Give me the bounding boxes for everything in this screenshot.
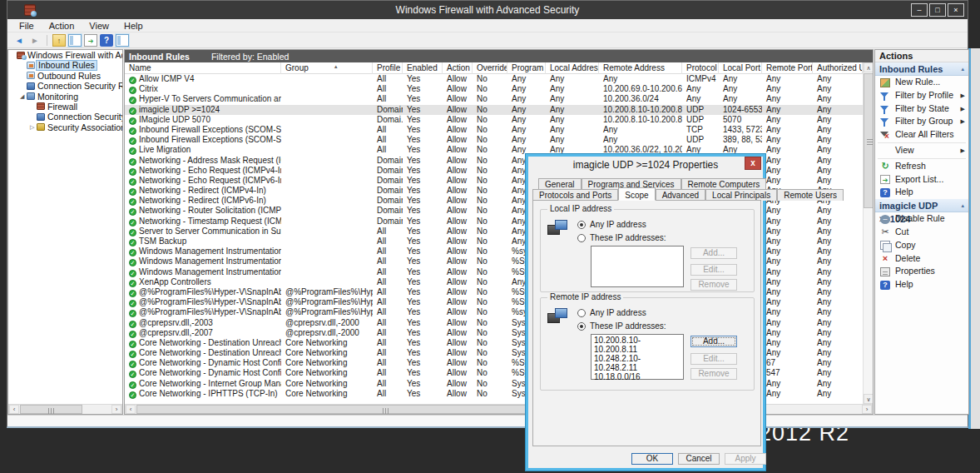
scroll-down-icon[interactable]: ∨ <box>864 394 874 404</box>
action-help[interactable]: ?Help <box>875 278 968 291</box>
column-header-remote-port[interactable]: Remote Port <box>762 62 813 74</box>
tab-remote-users[interactable]: Remote Users <box>777 189 844 201</box>
tab-remote-computers[interactable]: Remote Computers <box>681 178 767 190</box>
apply-button[interactable]: Apply <box>725 453 766 465</box>
tab-general[interactable]: General <box>538 178 582 190</box>
column-header-program[interactable]: Program <box>507 62 546 74</box>
tab-local-principals[interactable]: Local Principals <box>705 189 777 201</box>
add--button[interactable]: Add... <box>690 247 737 259</box>
tab-scope[interactable]: Scope <box>618 187 655 201</box>
menu-view[interactable]: View <box>82 20 116 32</box>
scroll-left-icon[interactable]: ‹ <box>9 405 19 414</box>
show-action-pane-icon[interactable] <box>116 34 129 47</box>
remote-any-ip-radio[interactable]: Any IP address <box>577 308 646 317</box>
scroll-left-icon[interactable]: ‹ <box>126 405 136 414</box>
scroll-right-icon[interactable]: › <box>862 405 872 414</box>
scrollbar-thumb[interactable] <box>20 405 82 414</box>
remove-button[interactable]: Remove <box>690 279 737 291</box>
action-copy[interactable]: Copy <box>875 239 968 252</box>
edit--button[interactable]: Edit... <box>690 353 737 365</box>
column-header-remote-address[interactable]: Remote Address <box>599 62 682 74</box>
title-bar[interactable]: Windows Firewall with Advanced Security … <box>7 1 968 19</box>
action-filter-by-state[interactable]: Filter by State▶ <box>875 102 968 116</box>
tree-item-outbound-rules[interactable]: Outbound Rules <box>8 71 122 81</box>
edit--button[interactable]: Edit... <box>690 264 737 276</box>
column-header-profile[interactable]: Profile <box>373 62 403 74</box>
action-view[interactable]: View▶ <box>875 144 968 157</box>
remote-these-ip-radio[interactable]: These IP addresses: <box>577 321 666 331</box>
show-console-tree-icon[interactable] <box>68 34 82 47</box>
ok-button[interactable]: OK <box>631 453 673 465</box>
scrollbar-thumb[interactable] <box>864 73 874 208</box>
column-header-override[interactable]: Override <box>473 62 507 74</box>
list-v-scrollbar[interactable]: ∧ ∨ <box>863 62 874 404</box>
cancel-button[interactable]: Cancel <box>678 453 720 465</box>
column-header-local-port[interactable]: Local Port <box>719 62 762 74</box>
column-header-authorized-user[interactable]: Authorized User <box>813 62 863 74</box>
close-button[interactable]: × <box>948 3 964 17</box>
dialog-close-button[interactable]: x <box>745 157 761 170</box>
actions-section-inbound-rules[interactable]: Inbound Rules▴ <box>875 62 968 76</box>
action-disable-rule[interactable]: –Disable Rule <box>875 212 968 226</box>
rule-row[interactable]: ✓CitrixAllYesAllowNoAnyAny10.200.69.0-10… <box>125 84 863 94</box>
tab-protocols-and-ports[interactable]: Protocols and Ports <box>532 189 618 201</box>
action-new-rule-[interactable]: New Rule... <box>875 76 968 89</box>
action-delete[interactable]: ×Delete <box>875 252 968 266</box>
action-help[interactable]: ?Help <box>875 186 968 199</box>
action-export-list-[interactable]: ➔Export List... <box>875 173 968 187</box>
up-level-icon[interactable]: ↑ <box>52 34 66 47</box>
column-header-name[interactable]: Name <box>125 62 281 74</box>
column-header-group[interactable]: Group▲ <box>281 62 373 74</box>
local-ip-listbox[interactable] <box>591 246 684 287</box>
minimize-button[interactable]: – <box>911 3 928 17</box>
forward-icon[interactable]: ► <box>28 34 42 47</box>
scroll-right-icon[interactable]: › <box>111 405 121 414</box>
tree-item-windows-firewall-with-advance[interactable]: Windows Firewall with Advance <box>8 50 122 60</box>
actions-section-imagicle-udp-1024[interactable]: imagicle UDP >=1024▴ <box>875 199 968 212</box>
help-icon[interactable]: ? <box>100 34 113 47</box>
local-any-ip-radio[interactable]: Any IP address <box>577 220 646 229</box>
action-cut[interactable]: ✂Cut <box>875 226 968 239</box>
tree-item-inbound-rules[interactable]: Inbound Rules <box>8 60 122 70</box>
ip-address-entry[interactable]: 10.248.2.10-10.248.2.11 <box>594 354 681 372</box>
column-header-action[interactable]: Action <box>443 62 473 74</box>
remove-button[interactable]: Remove <box>690 368 737 380</box>
action-filter-by-profile[interactable]: Filter by Profile▶ <box>875 89 968 102</box>
tree-item-firewall[interactable]: Firewall <box>8 102 122 112</box>
rule-row[interactable]: ✓imagicle UDP >=1024DomainYesAllowNoAnyA… <box>125 105 863 115</box>
menu-file[interactable]: File <box>12 20 41 32</box>
tree-item-connection-security-rules[interactable]: Connection Security Rules <box>8 81 122 91</box>
column-header-protocol[interactable]: Protocol <box>682 62 719 74</box>
tree-item-monitoring[interactable]: ◢Monitoring <box>8 92 122 102</box>
tree-item-security-associations[interactable]: ▷Security Associations <box>8 122 122 132</box>
add--button[interactable]: Add... <box>690 336 737 347</box>
local-these-ip-radio[interactable]: These IP addresses: <box>577 233 666 242</box>
dialog-title-bar[interactable]: imagicle UDP >=1024 Properties x <box>528 157 763 173</box>
column-header-enabled[interactable]: Enabled <box>403 62 443 74</box>
action-properties[interactable]: Properties <box>875 265 968 278</box>
collapse-icon[interactable]: ▴ <box>961 199 964 212</box>
tree-h-scrollbar[interactable]: ‹ › <box>8 404 122 415</box>
menu-help[interactable]: Help <box>117 20 150 32</box>
menu-action[interactable]: Action <box>42 20 82 32</box>
scroll-up-icon[interactable]: ∧ <box>864 62 874 72</box>
rule-row[interactable]: ✓Hyper-V To Servers Communication and Mo… <box>125 94 863 104</box>
remote-ip-listbox[interactable]: 10.200.8.10-10.200.8.1110.248.2.10-10.24… <box>591 334 684 380</box>
export-list-icon[interactable]: ➔ <box>84 34 97 47</box>
rule-row[interactable]: ✓Inbound Firewall Exceptions (SCOM-SCCM-… <box>125 135 863 145</box>
tree-item-connection-security-rul[interactable]: Connection Security Rul <box>8 112 122 122</box>
action-filter-by-group[interactable]: Filter by Group▶ <box>875 115 968 128</box>
rule-row[interactable]: ✓IMagicle UDP 5070Domai...YesAllowNoAnyA… <box>125 115 863 125</box>
expanded-arrow-icon[interactable]: ◢ <box>20 92 24 102</box>
action-clear-all-filters[interactable]: Clear All Filters <box>875 128 968 142</box>
collapse-icon[interactable]: ▴ <box>961 62 964 76</box>
maximize-button[interactable]: □ <box>929 3 946 17</box>
back-icon[interactable]: ◄ <box>12 34 26 47</box>
column-header-local-address[interactable]: Local Address <box>546 62 599 74</box>
tab-advanced[interactable]: Advanced <box>656 189 705 201</box>
ip-address-entry[interactable]: 10.200.8.10-10.200.8.11 <box>594 336 681 354</box>
rule-row[interactable]: ✓Allow ICMP V4AllYesAllowNoAnyAnyAnyICMP… <box>125 74 863 84</box>
rule-row[interactable]: ✓Inbound Firewall Exceptions (SCOM-SCCM-… <box>125 125 863 135</box>
ip-address-entry[interactable]: 10.18.0.0/16 <box>594 372 681 381</box>
action-refresh[interactable]: ↻Refresh <box>875 160 968 173</box>
